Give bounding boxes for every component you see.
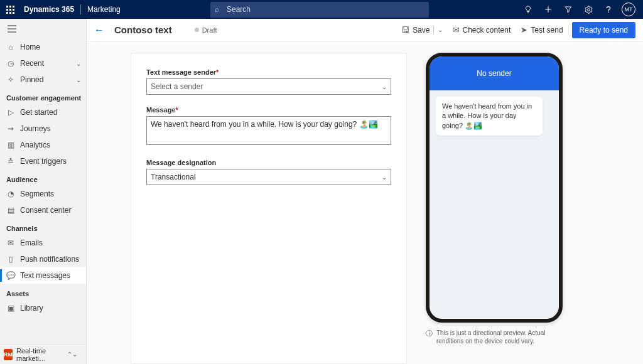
save-button[interactable]: 🖫 Save ⌄ bbox=[400, 23, 443, 37]
sidebar-item-label: Library bbox=[20, 304, 43, 313]
save-icon: 🖫 bbox=[401, 25, 409, 35]
hamburger-icon[interactable] bbox=[0, 19, 86, 39]
waffle-icon[interactable] bbox=[0, 0, 20, 19]
journey-icon: ⇝ bbox=[6, 124, 15, 133]
designation-select[interactable]: Transactional ⌄ bbox=[146, 169, 391, 185]
sidebar-item-eventtriggers[interactable]: ≛ Event triggers bbox=[0, 153, 86, 169]
main-area: ← Contoso text Draft 🖫 Save ⌄ ✉ Check co… bbox=[87, 19, 643, 364]
sender-placeholder: Select a sender bbox=[151, 82, 203, 91]
test-send-button[interactable]: ➤ Test send bbox=[519, 23, 564, 37]
module-label: Marketing bbox=[87, 5, 121, 14]
sidebar-item-push[interactable]: ▯ Push notifications bbox=[0, 251, 86, 267]
user-avatar[interactable]: MT bbox=[619, 0, 638, 19]
sidebar-item-recent[interactable]: ◷ Recent ⌄ bbox=[0, 55, 86, 72]
sidebar-item-segments[interactable]: ◔ Segments bbox=[0, 186, 86, 202]
phone-header: No sender bbox=[430, 56, 559, 90]
topbar-actions: ? MT bbox=[519, 0, 643, 19]
chevron-down-icon: ⌄ bbox=[382, 174, 387, 181]
check-content-label: Check content bbox=[463, 26, 511, 35]
message-bubble: We haven't heard from you in a while. Ho… bbox=[436, 97, 543, 136]
trigger-icon: ≛ bbox=[6, 157, 15, 166]
play-icon: ▷ bbox=[6, 108, 15, 117]
sidebar-item-consent[interactable]: ▤ Consent center bbox=[0, 202, 86, 218]
sidebar-section-engagement: Customer engagement bbox=[0, 88, 86, 104]
help-icon[interactable]: ? bbox=[599, 0, 618, 19]
sidebar-item-label: Home bbox=[20, 43, 40, 51]
brand-label: Dynamics 365 bbox=[24, 5, 74, 14]
check-icon: ✉ bbox=[453, 25, 460, 35]
message-label: Message* bbox=[146, 106, 391, 114]
ready-label: Ready to send bbox=[580, 26, 628, 35]
sidebar-item-home[interactable]: ⌂ Home bbox=[0, 39, 86, 55]
preview-note: ⓘ This is just a directional preview. Ac… bbox=[426, 329, 563, 345]
filter-icon[interactable] bbox=[559, 0, 578, 19]
divider bbox=[80, 4, 81, 14]
sidebar-item-emails[interactable]: ✉ Emails bbox=[0, 235, 86, 251]
chevron-down-icon[interactable]: ⌄ bbox=[433, 26, 443, 33]
phone-body: We haven't heard from you in a while. Ho… bbox=[430, 90, 559, 142]
sidebar-item-label: Pinned bbox=[20, 75, 43, 84]
test-send-label: Test send bbox=[531, 26, 563, 35]
sidebar-item-pinned[interactable]: ✧ Pinned ⌄ bbox=[0, 72, 86, 88]
preview-note-text: This is just a directional preview. Actu… bbox=[436, 329, 563, 345]
mail-icon: ✉ bbox=[6, 238, 15, 247]
sms-icon: 💬 bbox=[6, 271, 15, 280]
chart-icon: ▥ bbox=[6, 141, 15, 149]
phone-preview: No sender We haven't heard from you in a… bbox=[426, 53, 563, 323]
search-icon: ⌕ bbox=[215, 5, 219, 14]
send-icon: ➤ bbox=[521, 25, 527, 35]
sidebar: ⌂ Home ◷ Recent ⌄ ✧ Pinned ⌄ Customer en… bbox=[0, 19, 87, 364]
sidebar-item-label: Journeys bbox=[20, 124, 51, 133]
sidebar-item-label: Analytics bbox=[20, 141, 50, 149]
status-dot-icon bbox=[195, 28, 199, 32]
pin-icon: ✧ bbox=[6, 75, 15, 84]
area-label: Real-time marketi… bbox=[16, 347, 63, 362]
content-area: Text message sender* Select a sender ⌄ M… bbox=[87, 41, 643, 364]
command-bar: ← Contoso text Draft 🖫 Save ⌄ ✉ Check co… bbox=[87, 19, 643, 41]
sidebar-item-analytics[interactable]: ▥ Analytics bbox=[0, 137, 86, 153]
sidebar-item-label: Push notifications bbox=[20, 255, 79, 264]
message-textarea[interactable] bbox=[146, 116, 391, 145]
sidebar-item-label: Segments bbox=[20, 190, 54, 198]
sidebar-item-label: Consent center bbox=[20, 206, 71, 215]
status-badge: Draft bbox=[195, 26, 217, 34]
home-icon: ⌂ bbox=[6, 43, 15, 51]
page-title: Contoso text bbox=[114, 24, 172, 35]
check-content-button[interactable]: ✉ Check content bbox=[451, 23, 512, 37]
status-label: Draft bbox=[202, 26, 217, 34]
chevron-down-icon: ⌄ bbox=[76, 77, 81, 83]
save-label: Save bbox=[413, 26, 430, 35]
area-switcher[interactable]: RM Real-time marketi… ⌃⌄ bbox=[0, 344, 86, 364]
device-icon: ▯ bbox=[6, 255, 15, 264]
settings-icon[interactable] bbox=[579, 0, 598, 19]
global-search[interactable]: ⌕ bbox=[210, 2, 429, 18]
add-icon[interactable] bbox=[539, 0, 558, 19]
sidebar-section-channels: Channels bbox=[0, 218, 86, 235]
svg-point-0 bbox=[587, 8, 590, 11]
segments-icon: ◔ bbox=[6, 190, 15, 198]
sidebar-item-label: Text messages bbox=[20, 271, 70, 280]
sidebar-item-library[interactable]: ▣ Library bbox=[0, 300, 86, 316]
sidebar-item-label: Emails bbox=[20, 238, 43, 247]
library-icon: ▣ bbox=[6, 304, 15, 313]
sidebar-item-textmessages[interactable]: 💬 Text messages bbox=[0, 267, 86, 284]
consent-icon: ▤ bbox=[6, 206, 15, 215]
search-input[interactable] bbox=[210, 2, 429, 18]
sidebar-item-getstarted[interactable]: ▷ Get started bbox=[0, 104, 86, 120]
ready-to-send-button[interactable]: Ready to send bbox=[572, 22, 635, 38]
chevron-down-icon: ⌄ bbox=[382, 83, 387, 90]
app-topbar: Dynamics 365 Marketing ⌕ ? MT bbox=[0, 0, 643, 19]
info-icon: ⓘ bbox=[426, 329, 433, 345]
sidebar-item-journeys[interactable]: ⇝ Journeys bbox=[0, 120, 86, 137]
preview-column: No sender We haven't heard from you in a… bbox=[426, 53, 563, 364]
back-icon[interactable]: ← bbox=[94, 24, 104, 36]
avatar-badge: MT bbox=[622, 3, 635, 16]
sidebar-section-assets: Assets bbox=[0, 284, 86, 300]
sender-label: Text message sender* bbox=[146, 68, 391, 76]
sender-select[interactable]: Select a sender ⌄ bbox=[146, 78, 391, 95]
lightbulb-icon[interactable] bbox=[519, 0, 538, 19]
sidebar-item-label: Recent bbox=[20, 59, 44, 68]
chevron-down-icon: ⌄ bbox=[76, 60, 81, 67]
sidebar-section-audience: Audience bbox=[0, 169, 86, 186]
designation-label: Message designation bbox=[146, 159, 391, 166]
